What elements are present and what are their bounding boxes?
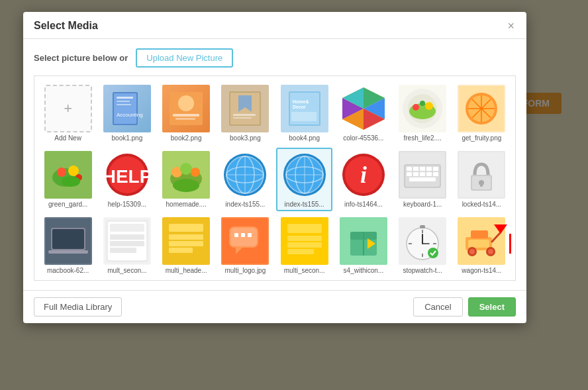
media-item-macbook[interactable]: macbook-62... [40,214,96,277]
svg-rect-76 [413,167,418,171]
thumb-mult2 [162,217,210,265]
svg-rect-116 [287,242,322,248]
svg-point-140 [488,249,493,254]
svg-point-52 [180,163,192,175]
fresh-svg [400,86,445,131]
thumb-homemade [162,151,210,199]
media-label-info: info-ts1464... [340,201,387,208]
media-grid-container[interactable]: + Add New Accounting [34,75,516,281]
media-item-s4[interactable]: s4_withicon... [335,214,391,277]
thumb-s4 [340,217,387,265]
modal-close-button[interactable]: × [506,20,516,32]
green-svg [46,152,91,197]
svg-point-45 [62,176,80,187]
media-item-mult2[interactable]: multi_heade... [158,214,215,277]
svg-rect-93 [52,229,84,249]
media-item-green[interactable]: green_gard... [40,148,96,211]
svg-rect-90 [480,183,483,187]
svg-text:HELP: HELP [105,166,150,187]
media-label-book1: book1.png [103,134,151,142]
media-item-info[interactable]: i info-ts1464... [335,148,391,211]
media-grid: + Add New Accounting [34,76,515,281]
svg-rect-98 [110,234,144,240]
svg-rect-80 [407,172,412,176]
media-item-color[interactable]: color-45536... [335,81,391,145]
select-row: Select picture below or Upload New Pictu… [34,48,516,68]
index2-svg [282,152,327,197]
media-label-color: color-45536... [340,134,387,142]
svg-rect-9 [175,118,195,120]
svg-rect-82 [420,172,425,176]
add-new-label: Add New [44,134,92,142]
media-item-stopwatch[interactable]: stopwatch-t... [395,214,451,277]
thumb-mult1 [103,217,151,265]
book4-svg: Home& Decor [285,89,324,128]
svg-rect-13 [233,114,256,116]
media-item-mult1[interactable]: mult_secon... [99,214,155,277]
media-item-fruity[interactable]: get_fruity.png [454,81,510,145]
svg-rect-2 [117,97,133,99]
svg-rect-142 [471,230,488,238]
media-item-multlogo[interactable]: multi_logo.jpg [217,214,273,277]
svg-rect-94 [48,250,88,254]
svg-text:Decor: Decor [293,105,306,109]
svg-point-53 [191,168,200,177]
s4-svg [341,219,386,264]
select-media-modal: Select Media × Select picture below or U… [23,12,526,323]
stopwatch-svg [400,219,445,264]
add-new-tile[interactable]: + Add New [40,81,96,145]
svg-rect-115 [287,236,322,241]
media-label-mult2: multi_heade... [162,267,210,274]
svg-rect-79 [433,167,438,171]
thumb-info: i [340,151,387,199]
media-item-index1[interactable]: index-ts155... [217,148,273,211]
media-item-help[interactable]: HELP help-15309... [99,148,155,211]
add-new-thumbnail: + [44,85,92,132]
svg-point-132 [428,248,438,258]
media-item-book1[interactable]: Accounting book1.png [99,81,155,145]
media-item-locked[interactable]: locked-ts14... [454,148,510,211]
media-label-fresh: fresh_life2.... [399,134,446,142]
book3-svg [225,89,265,128]
svg-text:Accounting: Accounting [117,112,143,118]
svg-rect-84 [433,172,438,176]
svg-rect-105 [169,248,193,253]
media-item-mults2[interactable]: multi_secon... [276,214,332,277]
svg-rect-78 [426,167,432,171]
multlogo-svg [222,219,268,264]
upload-new-picture-button[interactable]: Upload New Picture [136,48,233,68]
media-item-book2[interactable]: book2.png [158,81,215,145]
thumb-index2 [281,151,328,199]
svg-rect-85 [409,177,436,181]
full-media-library-button[interactable]: Full Media Library [34,297,122,317]
media-label-wagon: wagon-ts14... [458,267,505,274]
svg-rect-102 [169,224,203,232]
media-item-book4[interactable]: Home& Decor book4.png [276,81,332,145]
select-button[interactable]: Select [468,297,516,317]
help-svg: HELP [105,152,150,197]
media-item-wagon[interactable]: wagon-ts14... [454,214,510,277]
media-item-keyboard[interactable]: keyboard-1... [395,148,451,211]
svg-rect-77 [420,167,425,171]
media-label-macbook: macbook-62... [44,267,92,274]
media-item-book3[interactable]: book3.png [217,81,273,145]
svg-point-7 [178,95,194,111]
media-label-stopwatch: stopwatch-t... [399,267,446,274]
media-item-homemade[interactable]: homemade.... [158,148,215,211]
media-item-index2[interactable]: index-ts155... [276,148,332,211]
svg-rect-4 [117,104,131,105]
media-item-fresh[interactable]: fresh_life2.... [395,81,451,145]
svg-rect-97 [110,224,144,232]
mult1-svg [105,219,150,264]
svg-point-30 [413,104,419,111]
media-label-multlogo: multi_logo.jpg [221,267,269,274]
media-label-index2: index-ts155... [281,201,328,208]
svg-rect-3 [117,101,130,102]
thumb-green [44,151,92,199]
modal-body: Select picture below or Upload New Pictu… [23,39,526,290]
media-label-book2: book2.png [162,134,210,142]
svg-point-54 [173,179,199,192]
thumb-fruity [458,85,505,132]
cancel-button[interactable]: Cancel [413,297,462,317]
keyboard-svg [400,152,445,197]
